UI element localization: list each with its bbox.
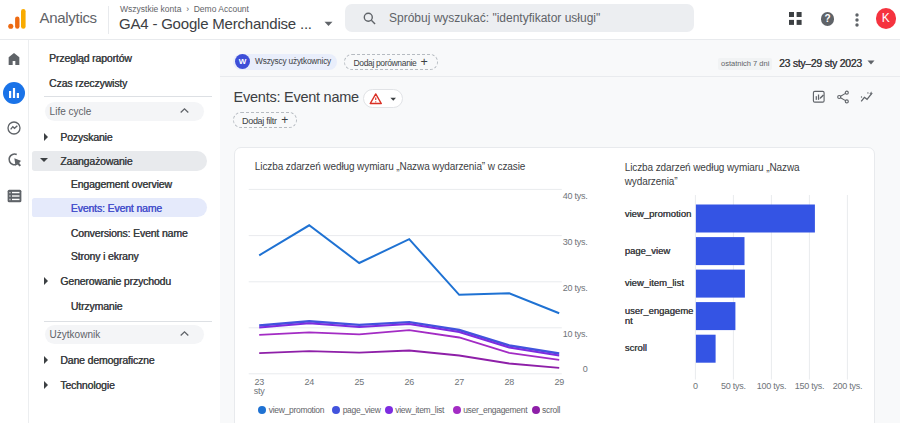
svg-text:25: 25 bbox=[354, 377, 364, 387]
svg-text:24: 24 bbox=[304, 377, 314, 387]
svg-text:27: 27 bbox=[454, 377, 464, 387]
svg-text:26: 26 bbox=[404, 377, 414, 387]
svg-text:28: 28 bbox=[504, 377, 514, 387]
svg-text:0: 0 bbox=[693, 380, 698, 390]
svg-text:10 tys.: 10 tys. bbox=[562, 328, 587, 338]
svg-text:100 tys.: 100 tys. bbox=[756, 380, 786, 390]
svg-text:29: 29 bbox=[554, 377, 564, 387]
svg-text:50 tys.: 50 tys. bbox=[721, 380, 746, 390]
svg-text:40 tys.: 40 tys. bbox=[562, 191, 587, 201]
svg-text:150 tys.: 150 tys. bbox=[794, 380, 824, 390]
svg-text:200 tys.: 200 tys. bbox=[832, 380, 862, 390]
svg-text:30 tys.: 30 tys. bbox=[562, 237, 587, 247]
svg-text:20 tys.: 20 tys. bbox=[562, 283, 587, 293]
svg-text:0: 0 bbox=[582, 363, 587, 373]
svg-text:sty: sty bbox=[253, 386, 265, 396]
